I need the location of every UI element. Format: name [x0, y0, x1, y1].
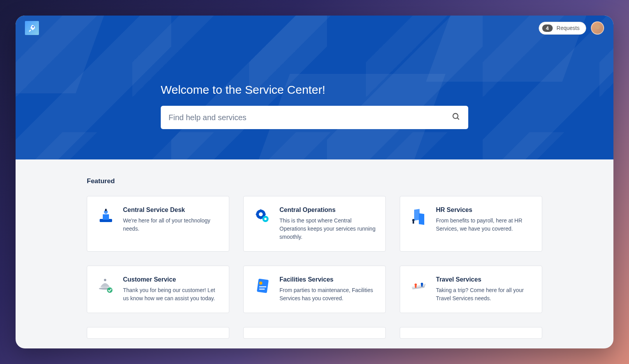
svg-point-17 [107, 287, 112, 293]
svg-point-10 [264, 218, 267, 220]
requests-count-badge: 4 [542, 24, 553, 32]
svg-point-19 [259, 282, 262, 285]
hero-content: Welcome to the Service Center! [161, 40, 468, 129]
customer-service-icon [97, 276, 115, 295]
card-desc: From benefits to payroll, here at HR Ser… [436, 217, 532, 233]
requests-label: Requests [557, 25, 580, 31]
card-central-service-desk[interactable]: Central Service Desk We're here for all … [87, 196, 229, 252]
svg-rect-23 [415, 285, 416, 288]
card-body: Central Operations This is the spot wher… [279, 206, 376, 241]
svg-point-8 [259, 212, 263, 216]
operations-icon [253, 206, 272, 225]
card-central-operations[interactable]: Central Operations This is the spot wher… [243, 196, 386, 252]
svg-line-2 [457, 118, 459, 120]
svg-point-16 [104, 279, 106, 281]
main-content: Featured Central Service Desk We're here… [87, 159, 542, 348]
svg-rect-14 [413, 220, 414, 224]
card-placeholder[interactable] [400, 327, 542, 339]
search-box[interactable] [161, 106, 468, 129]
card-customer-service[interactable]: Customer Service Thank you for being our… [87, 266, 229, 313]
svg-rect-6 [105, 209, 107, 211]
card-travel-services[interactable]: Travel Services Taking a trip? Come here… [400, 266, 542, 313]
card-title: Central Operations [279, 206, 376, 214]
card-desc: Thank you for being our customer! Let us… [123, 286, 220, 303]
card-desc: This is the spot where Central Operation… [279, 217, 376, 241]
card-desc: Taking a trip? Come here for all your Tr… [436, 286, 532, 303]
card-desc: We're here for all of your technology ne… [123, 217, 220, 233]
app-logo[interactable] [25, 21, 39, 35]
featured-section-title: Featured [87, 177, 542, 185]
card-title: Facilities Services [279, 276, 376, 283]
hero-banner: 4 Requests Welcome to the Service Center… [16, 16, 613, 159]
rocket-icon [27, 23, 37, 33]
card-body: Facilities Services From parties to main… [279, 276, 376, 303]
card-body: Travel Services Taking a trip? Come here… [436, 276, 532, 303]
svg-rect-12 [419, 213, 424, 225]
svg-point-1 [453, 114, 458, 119]
hero-title: Welcome to the Service Center! [161, 83, 468, 96]
topbar: 4 Requests [16, 16, 613, 40]
card-body: Central Service Desk We're here for all … [123, 206, 220, 241]
svg-rect-4 [103, 214, 109, 220]
travel-icon [409, 276, 428, 295]
facilities-icon [253, 276, 272, 295]
card-hr-services[interactable]: HR Services From benefits to payroll, he… [400, 196, 542, 252]
card-title: Travel Services [436, 276, 532, 283]
card-placeholder[interactable] [87, 327, 229, 339]
svg-rect-11 [414, 209, 420, 220]
service-desk-icon [97, 206, 115, 225]
card-desc: From parties to maintenance, Facilities … [279, 286, 376, 303]
search-icon [452, 112, 460, 122]
card-body: HR Services From benefits to payroll, he… [436, 206, 532, 241]
requests-button[interactable]: 4 Requests [539, 22, 586, 35]
svg-point-0 [32, 26, 34, 28]
card-facilities-services[interactable]: Facilities Services From parties to main… [243, 266, 386, 313]
card-title: Central Service Desk [123, 206, 220, 214]
svg-rect-18 [257, 278, 269, 293]
topbar-right: 4 Requests [539, 21, 604, 35]
card-title: HR Services [436, 206, 532, 214]
svg-rect-25 [421, 284, 423, 287]
search-input[interactable] [169, 113, 452, 122]
svg-rect-21 [259, 289, 265, 290]
svg-rect-20 [259, 286, 266, 287]
card-body: Customer Service Thank you for being our… [123, 276, 220, 303]
user-avatar[interactable] [591, 21, 604, 35]
card-title: Customer Service [123, 276, 220, 283]
featured-cards-grid: Central Service Desk We're here for all … [87, 196, 542, 339]
app-window: 4 Requests Welcome to the Service Center… [16, 16, 613, 348]
hr-icon [409, 206, 428, 225]
card-placeholder[interactable] [243, 327, 386, 339]
